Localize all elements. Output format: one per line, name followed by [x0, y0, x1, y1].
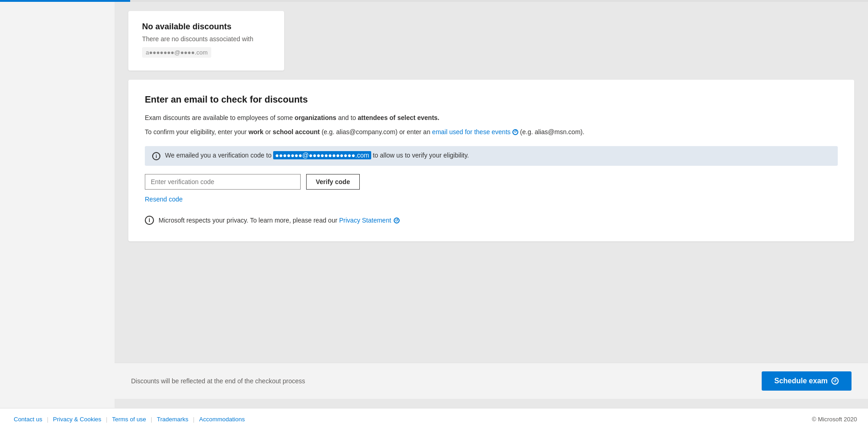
spacer: [128, 250, 854, 354]
email-events-link[interactable]: email used for these events: [432, 128, 511, 136]
footer-contact-us[interactable]: Contact us: [11, 415, 45, 424]
desc1-bold2: attendees of select events.: [358, 114, 439, 121]
desc1-bold1: organizations: [295, 114, 336, 121]
desc2-prefix: To confirm your eligibility, enter your: [145, 128, 248, 136]
main-content: No available discounts There are no disc…: [115, 2, 868, 408]
footer-sep-3: |: [151, 416, 152, 423]
desc1-mid: and to: [336, 114, 358, 121]
sidebar: [0, 2, 115, 408]
progress-bar-fill: [0, 0, 130, 2]
verification-email: ●●●●●●●@●●●●●●●●●●●●.com: [273, 151, 371, 159]
email-check-desc2: To confirm your eligibility, enter your …: [145, 127, 838, 137]
verification-input-row: Verify code: [145, 174, 838, 190]
no-discounts-email: a●●●●●●●@●●●●.com: [142, 47, 211, 58]
privacy-text: Microsoft respects your privacy. To lear…: [159, 217, 400, 224]
desc2-mid: (e.g. alias@company.com) or enter an: [320, 128, 432, 136]
schedule-exam-label: Schedule exam: [775, 377, 828, 385]
verification-code-input[interactable]: [145, 174, 301, 190]
footer-sep-2: |: [106, 416, 107, 423]
desc2-suffix: (e.g. alias@msn.com).: [518, 128, 584, 136]
footer-links: Contact us | Privacy & Cookies | Terms o…: [11, 415, 247, 424]
desc2-bold2: school account: [273, 128, 320, 136]
verification-notice: i We emailed you a verification code to …: [145, 146, 838, 166]
privacy-statement-link[interactable]: Privacy Statement: [339, 217, 391, 224]
no-discounts-description: There are no discounts associated with: [142, 35, 270, 43]
footer-accommodations[interactable]: Accommodations: [197, 415, 248, 424]
privacy-notice: i Microsoft respects your privacy. To le…: [145, 216, 838, 225]
resend-code-link[interactable]: Resend code: [145, 196, 183, 203]
privacy-external-icon: ↺: [394, 218, 400, 223]
footer-copyright: © Microsoft 2020: [812, 416, 857, 423]
privacy-text-prefix: Microsoft respects your privacy. To lear…: [159, 217, 339, 224]
content-area: No available discounts There are no disc…: [128, 11, 854, 399]
footer-trademarks[interactable]: Trademarks: [154, 415, 191, 424]
no-discounts-card: No available discounts There are no disc…: [128, 11, 284, 71]
info-icon: i: [152, 152, 160, 160]
verify-code-button[interactable]: Verify code: [306, 174, 360, 190]
verification-text: We emailed you a verification code to ●●…: [165, 152, 830, 159]
email-check-desc1: Exam discounts are available to employee…: [145, 113, 838, 123]
schedule-exam-icon: ↺: [831, 377, 839, 385]
verification-notice-suffix: to allow us to verify your eligibility.: [373, 152, 469, 159]
schedule-exam-button[interactable]: Schedule exam ↺: [762, 371, 852, 391]
footer-privacy-cookies[interactable]: Privacy & Cookies: [50, 415, 104, 424]
external-link-icon: ↺: [512, 129, 518, 135]
no-discounts-title: No available discounts: [142, 22, 270, 32]
footer-sep-1: |: [47, 416, 48, 423]
progress-bar: [0, 0, 868, 2]
action-bar: Discounts will be reflected at the end o…: [115, 363, 868, 399]
verification-notice-prefix: We emailed you a verification code to: [165, 152, 271, 159]
email-check-card: Enter an email to check for discounts Ex…: [128, 80, 854, 241]
privacy-info-icon: i: [145, 216, 154, 225]
desc2-bold1: work: [248, 128, 264, 136]
email-check-title: Enter an email to check for discounts: [145, 94, 838, 105]
desc2-or: or: [264, 128, 273, 136]
footer-sep-4: |: [193, 416, 194, 423]
footer: Contact us | Privacy & Cookies | Terms o…: [0, 408, 868, 430]
desc1-prefix: Exam discounts are available to employee…: [145, 114, 295, 121]
footer-terms[interactable]: Terms of use: [109, 415, 148, 424]
action-bar-note: Discounts will be reflected at the end o…: [131, 377, 305, 385]
